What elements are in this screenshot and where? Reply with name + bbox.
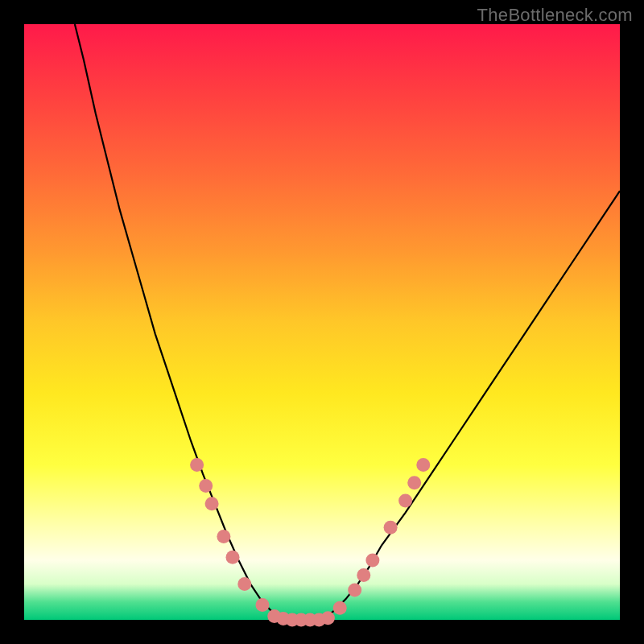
data-marker — [205, 497, 219, 510]
data-marker — [217, 530, 230, 543]
data-marker — [407, 476, 421, 489]
data-marker — [237, 577, 251, 591]
data-marker — [365, 554, 379, 568]
curve-left — [75, 24, 287, 620]
curve-right — [322, 191, 620, 620]
watermark-text: TheBottleneck.com — [477, 5, 633, 26]
data-marker — [333, 601, 347, 615]
data-marker — [398, 494, 412, 508]
data-marker — [348, 584, 361, 597]
data-marker — [384, 521, 398, 535]
data-marker — [190, 458, 204, 472]
chart-svg — [24, 24, 620, 620]
data-marker — [256, 598, 270, 612]
data-marker — [199, 479, 213, 493]
data-marker — [321, 611, 335, 625]
data-marker — [416, 458, 430, 472]
data-marker — [357, 568, 370, 582]
data-markers — [190, 458, 430, 626]
data-marker — [226, 551, 240, 564]
